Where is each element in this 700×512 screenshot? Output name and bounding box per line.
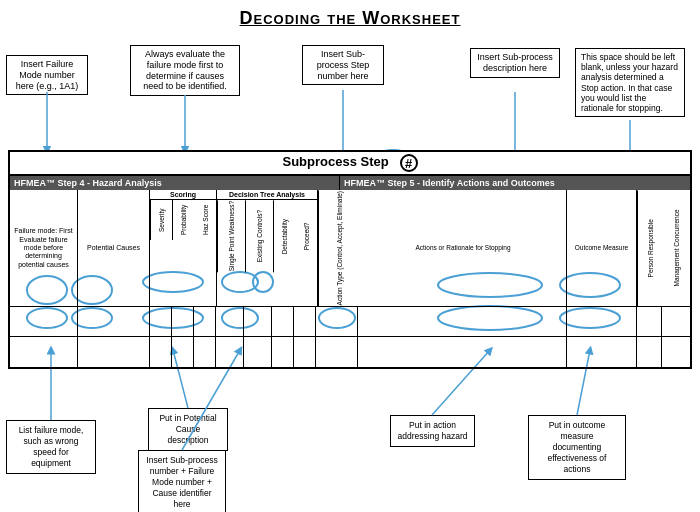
hfmea5-header: HFMEA™ Step 5 - Identify Actions and Out… (340, 176, 690, 190)
col-header-failure: Failure mode: First Evaluate failure mod… (10, 190, 78, 306)
col-header-potential: Potential Causes (78, 190, 150, 306)
annotation-put-action: Put in action addressing hazard (390, 415, 475, 447)
scoring-sub-headers: Severity Probability Haz Score (150, 200, 216, 240)
data-cell (662, 307, 690, 336)
col-proceed: Proceed? (295, 200, 317, 272)
col-existing-controls: Existing Controls? (245, 200, 273, 272)
subprocess-step-num: # (400, 154, 418, 172)
data-cell (294, 307, 316, 336)
data-cell (272, 307, 294, 336)
col-actions-rationale: Actions or Rationale for Stopping (360, 190, 567, 306)
data-cell (194, 337, 216, 367)
col-action-type: Action Type (Control, Accept, Eliminate) (318, 190, 360, 306)
col-headers-row: Failure mode: First Evaluate failure mod… (8, 190, 692, 306)
decision-tree-sub-headers: Single Point Weakness? Existing Controls… (217, 200, 317, 272)
data-cell (10, 337, 78, 367)
page-container: Decoding the Worksheet Insert Failure Mo… (0, 0, 700, 512)
data-cell (78, 337, 150, 367)
annotation-evaluate: Always evaluate the failure mode first t… (130, 45, 240, 96)
data-cell (244, 337, 272, 367)
data-rows-container (8, 306, 692, 369)
table-row (10, 337, 690, 367)
section-headers: HFMEA™ Step 4 - Hazard Analysis HFMEA™ S… (8, 174, 692, 190)
annotation-insert-sub: Insert Sub-process number + Failure Mode… (138, 450, 226, 512)
annotation-space-blank: This space should be left blank, unless … (575, 48, 685, 117)
data-cell (216, 307, 244, 336)
data-cell (150, 337, 172, 367)
annotation-insert-subprocess-desc: Insert Sub-process description here (470, 48, 560, 78)
worksheet: Subprocess Step # HFMEA™ Step 4 - Hazard… (8, 150, 692, 369)
scoring-group: Scoring Severity Probability Haz Score (150, 190, 217, 306)
data-cell (244, 307, 272, 336)
col-severity: Severity (150, 200, 172, 240)
data-cell (78, 307, 150, 336)
data-cell (316, 337, 358, 367)
col-detectability: Detectability (273, 200, 295, 272)
annotation-put-potential: Put in Potential Cause description (148, 408, 228, 451)
data-cell (216, 337, 244, 367)
decision-tree-group: Decision Tree Analysis Single Point Weak… (217, 190, 318, 306)
data-cell (172, 337, 194, 367)
col-single-point: Single Point Weakness? (217, 200, 245, 272)
data-cell (567, 307, 637, 336)
data-cell (150, 307, 172, 336)
data-cell (358, 307, 567, 336)
data-cell (567, 337, 637, 367)
hfmea4-header: HFMEA™ Step 4 - Hazard Analysis (10, 176, 340, 190)
subprocess-step-label: Subprocess Step (282, 154, 388, 169)
annotation-insert-subprocess-step: Insert Sub-process Step number here (302, 45, 384, 85)
scoring-label: Scoring (150, 190, 216, 200)
data-cell (294, 337, 316, 367)
col-probability: Probability (172, 200, 194, 240)
data-cell (10, 307, 78, 336)
col-haz-score: Haz Score (194, 200, 216, 240)
data-cell (637, 337, 662, 367)
page-title: Decoding the Worksheet (8, 8, 692, 29)
data-cell (194, 307, 216, 336)
annotation-insert-failure: Insert Failure Mode number here (e.g., 1… (6, 55, 88, 95)
col-person-responsible: Person Responsible (637, 190, 662, 306)
decision-tree-label: Decision Tree Analysis (217, 190, 317, 200)
annotation-list-failure: List failure mode, such as wrong speed f… (6, 420, 96, 474)
data-cell (637, 307, 662, 336)
subprocess-header: Subprocess Step # (8, 150, 692, 174)
data-cell (662, 337, 690, 367)
col-outcome-measure: Outcome Measure (567, 190, 637, 306)
data-cell (272, 337, 294, 367)
data-cell (316, 307, 358, 336)
annotation-put-outcome: Put in outcome measure documenting effec… (528, 415, 626, 480)
col-management: Management Concurrence (662, 190, 690, 306)
data-cell (358, 337, 567, 367)
table-row (10, 307, 690, 337)
data-cell (172, 307, 194, 336)
